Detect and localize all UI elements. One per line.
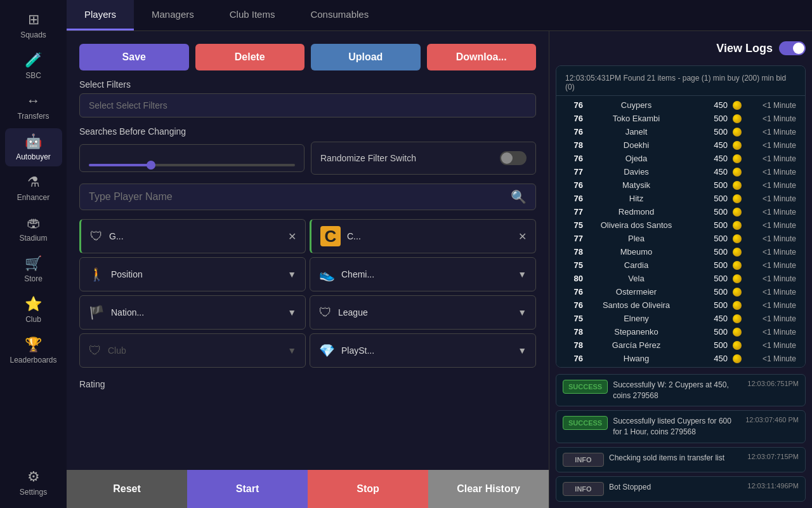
sidebar-item-settings[interactable]: ⚙ Settings xyxy=(5,464,62,502)
row-price: 500 xyxy=(690,207,728,217)
row-price: 500 xyxy=(690,127,728,137)
delete-button[interactable]: Delete xyxy=(195,44,305,70)
clear-history-button[interactable]: Clear History xyxy=(428,470,549,508)
sidebar-item-leaderboards[interactable]: 🏆 Leaderboards xyxy=(5,331,62,370)
row-time: <1 Minute xyxy=(745,354,796,363)
searches-label: Searches Before Changing xyxy=(79,126,536,137)
tab-managers[interactable]: Managers xyxy=(134,0,212,30)
coin-icon xyxy=(733,181,742,190)
search-icon[interactable]: 🔍 xyxy=(511,189,527,204)
right-panel: View Logs 12:03:05:431PM Found 21 items … xyxy=(549,31,812,508)
row-price: 450 xyxy=(690,314,728,323)
sidebar-item-squads[interactable]: ⊞ Squads xyxy=(5,6,62,44)
sidebar-item-store[interactable]: 🛒 Store xyxy=(5,250,62,288)
tab-club-items[interactable]: Club Items xyxy=(212,0,293,30)
playstation-chevron-icon: ▼ xyxy=(518,345,527,356)
log-message: Checking sold items in transfer list xyxy=(609,453,742,464)
row-price: 500 xyxy=(690,234,728,243)
log-time: 12:03:07:715PM xyxy=(747,453,799,460)
row-price: 500 xyxy=(690,194,728,203)
searches-max-input[interactable]: 5 xyxy=(121,150,146,160)
filter-card-c[interactable]: C C... ✕ xyxy=(310,219,536,253)
log-message: Bot Stopped xyxy=(609,482,742,493)
nation-chevron-icon: ▼ xyxy=(287,307,296,318)
filter-card-league[interactable]: 🛡 League ▼ xyxy=(310,295,536,330)
top-nav: Players Managers Club Items Consumables xyxy=(67,0,812,31)
coin-icon xyxy=(733,208,742,217)
store-icon: 🛒 xyxy=(25,255,42,272)
sidebar-item-stadium[interactable]: 🏟 Stadium xyxy=(5,210,62,248)
row-name: Stepanenko xyxy=(587,327,686,337)
filter-c-remove[interactable]: ✕ xyxy=(518,231,527,243)
row-time: <1 Minute xyxy=(745,141,796,150)
filter-card-g[interactable]: 🛡 G... ✕ xyxy=(79,219,306,253)
table-info: 12:03:05:431PM Found 21 items - page (1)… xyxy=(556,70,805,96)
save-button[interactable]: Save xyxy=(79,44,189,70)
randomize-toggle[interactable] xyxy=(500,151,527,165)
filter-card-position[interactable]: 🚶 Position ▼ xyxy=(79,257,306,291)
row-name: Davies xyxy=(587,167,686,177)
sidebar-item-autobuyer[interactable]: 🤖 Autobuyer xyxy=(5,128,62,166)
filter-input[interactable] xyxy=(79,93,536,117)
row-rating: 77 xyxy=(565,207,583,217)
table-row: 77 Plea 500 <1 Minute xyxy=(556,232,805,245)
log-badge: INFO xyxy=(563,482,604,496)
coin-icon xyxy=(733,141,742,150)
tab-consumables[interactable]: Consumables xyxy=(292,0,386,30)
tab-players[interactable]: Players xyxy=(67,0,134,30)
filter-card-playstation[interactable]: 💎 PlaySt... ▼ xyxy=(310,333,536,368)
items-table[interactable]: 12:03:05:431PM Found 21 items - page (1)… xyxy=(556,65,806,368)
download-button[interactable]: Downloa... xyxy=(427,44,537,70)
randomize-label: Randomize Filter Switch xyxy=(320,153,416,163)
log-time: 12:03:11:496PM xyxy=(747,482,799,490)
searches-min-input[interactable]: 1 xyxy=(89,150,114,160)
log-time: 12:03:07:460 PM xyxy=(745,416,799,424)
sidebar-item-enhancer[interactable]: ⚗ Enhancer xyxy=(5,169,62,207)
sidebar-item-sbc[interactable]: 🧪 SBC xyxy=(5,47,62,85)
row-rating: 78 xyxy=(565,327,583,337)
view-logs-header: View Logs xyxy=(556,37,806,59)
table-row: 77 Davies 450 <1 Minute xyxy=(556,165,805,178)
row-price: 450 xyxy=(690,354,728,363)
filter-card-chemistry[interactable]: 👟 Chemi... ▼ xyxy=(310,257,536,291)
table-row: 76 Cuypers 450 <1 Minute xyxy=(556,98,805,112)
filter-g-label: G... xyxy=(109,231,282,241)
reset-button[interactable]: Reset xyxy=(67,470,187,508)
row-time: <1 Minute xyxy=(745,181,796,190)
table-row: 75 Cardia 500 <1 Minute xyxy=(556,258,805,272)
slider-track[interactable] xyxy=(89,164,295,166)
filter-club-label: Club xyxy=(108,345,281,356)
chemistry-chevron-icon: ▼ xyxy=(518,269,527,279)
row-name: Matysik xyxy=(587,180,686,190)
row-rating: 75 xyxy=(565,220,583,230)
row-price: 500 xyxy=(690,247,728,257)
sidebar-item-transfers[interactable]: ↔ Transfers xyxy=(5,88,62,126)
row-price: 500 xyxy=(690,287,728,297)
row-time: <1 Minute xyxy=(745,314,796,323)
sidebar-item-club[interactable]: ⭐ Club xyxy=(5,291,62,329)
table-row: 78 Doekhi 450 <1 Minute xyxy=(556,138,805,152)
left-panel: Save Delete Upload Downloa... Select Fil… xyxy=(67,31,549,508)
row-price: 500 xyxy=(690,300,728,310)
player-name-input[interactable] xyxy=(89,191,511,203)
coin-icon xyxy=(733,114,742,123)
filter-g-remove[interactable]: ✕ xyxy=(288,231,296,243)
row-name: Cardia xyxy=(587,260,686,270)
stop-button[interactable]: Stop xyxy=(308,470,428,508)
table-row: 76 Hwang 450 <1 Minute xyxy=(556,352,805,365)
view-logs-toggle[interactable] xyxy=(779,41,806,55)
filter-section: Select Filters xyxy=(79,79,536,117)
sidebar-label-squads: Squads xyxy=(20,30,46,39)
table-row: 76 Ostermeier 500 <1 Minute xyxy=(556,285,805,298)
row-name: Ojeda xyxy=(587,154,686,163)
log-time: 12:03:06:751PM xyxy=(747,380,799,387)
filter-card-club[interactable]: 🛡 Club ▼ xyxy=(79,333,306,368)
row-price: 500 xyxy=(690,220,728,230)
filter-card-nation[interactable]: 🏴 Nation... ▼ xyxy=(79,295,306,330)
row-rating: 76 xyxy=(565,100,583,110)
row-name: García Pérez xyxy=(587,340,686,350)
upload-button[interactable]: Upload xyxy=(311,44,421,70)
start-button[interactable]: Start xyxy=(187,470,308,508)
row-time: <1 Minute xyxy=(745,221,796,230)
coin-icon xyxy=(733,168,742,177)
